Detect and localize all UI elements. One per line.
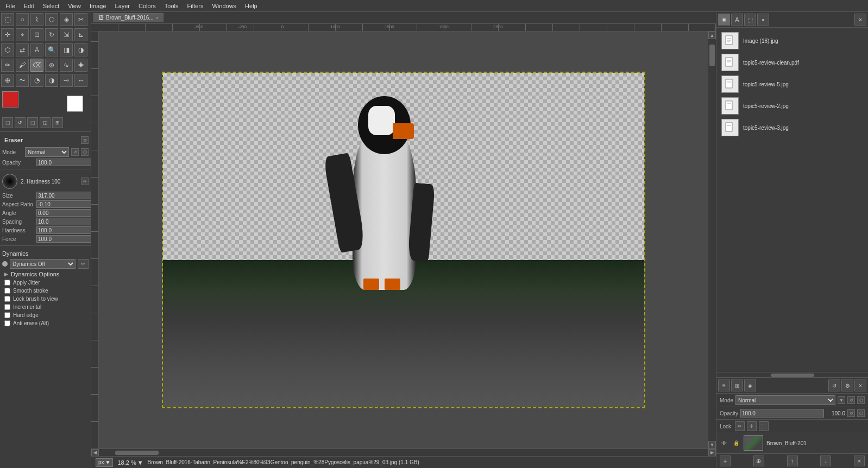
vscroll-down[interactable]: ▼ [708,441,716,448]
tool-paintbrush[interactable]: 🖌 [16,59,29,72]
tool-fuzzy-select[interactable]: ⬡ [45,13,58,26]
tool-eraser active[interactable]: ⌫ [30,59,43,72]
layer-delete-button[interactable]: × [854,456,865,466]
tool-scale[interactable]: ⇲ [60,28,73,41]
vscroll-up[interactable]: ▲ [708,31,716,39]
hscroll-left[interactable]: ◀ [91,449,99,457]
hscroll-thumb[interactable] [115,451,159,455]
tool-measure[interactable]: ↔ [74,74,87,87]
dynamics-select[interactable]: Dynamics Off [10,259,76,269]
menu-select[interactable]: Select [40,2,63,10]
force-input[interactable] [36,235,91,243]
layer-item-1[interactable]: 👁 🔒 Brown_Bluff-201 [716,433,868,453]
layers-btn-list[interactable]: ≡ [718,380,730,391]
menu-filters[interactable]: Filters [184,2,207,10]
mode-chain[interactable]: ⬡ [81,148,89,156]
aspect-ratio-input[interactable] [36,200,91,208]
right-btn-text[interactable]: A [731,14,743,26]
right-btn-patterns[interactable]: ▪ [757,14,769,26]
layers-opacity-chain[interactable]: ⬡ [857,396,865,404]
lock-brush-checkbox[interactable] [4,296,10,302]
right-btn-brushes[interactable]: ⬚ [744,14,756,26]
canvas-container[interactable] [99,31,708,448]
tool-select-ellipse[interactable]: ○ [16,13,29,26]
tool-move[interactable]: ✛ [1,28,14,41]
layer-new-button[interactable]: + [720,456,731,466]
layers-opacity-chain2[interactable]: ⬡ [857,409,865,417]
tool-color-picker[interactable]: ⊸ [60,74,73,87]
layers-btn-grid[interactable]: ⊞ [731,380,743,391]
tool-crop[interactable]: ⊡ [30,28,43,41]
tool-select-rect[interactable]: ⬚ [1,13,14,26]
tool-flip[interactable]: ⇄ [16,43,29,56]
tool-small-5[interactable]: ⊞ [52,117,63,128]
angle-input[interactable] [36,209,91,217]
dynamics-edit-button[interactable]: ✏ [78,259,89,269]
tool-small-1[interactable]: ⬚ [2,117,13,128]
layers-opacity-reset[interactable]: ↺ [847,396,855,404]
menu-help[interactable]: Help [242,2,261,10]
file-item-2[interactable]: topic5-review-clean.pdf [719,52,866,73]
apply-jitter-checkbox[interactable] [4,280,10,286]
tool-free-select[interactable]: ⌇ [30,13,43,26]
tool-desaturate[interactable]: ◑ [45,74,58,87]
file-item-1[interactable]: Image (18).jpg [719,30,866,52]
tool-zoom[interactable]: 🔍 [45,43,58,56]
brush-edit[interactable]: ✏ [81,178,89,185]
layers-btn-refresh[interactable]: ↺ [828,380,840,391]
menu-windows[interactable]: Windows [209,2,240,10]
dynamics-options-expand-icon[interactable]: ▶ [4,271,8,277]
file-item-4[interactable]: topic5-review-2.jpg [719,95,866,117]
tool-select-by-color[interactable]: ◈ [60,13,73,26]
mode-reset[interactable]: ↺ [71,148,79,156]
menu-file[interactable]: File [2,2,18,10]
layer-up-button[interactable]: ↑ [787,456,798,466]
smooth-stroke-checkbox[interactable] [4,288,10,294]
tab-close-button[interactable]: × [156,15,159,21]
tool-healing[interactable]: ✚ [74,59,87,72]
tool-smudge[interactable]: 〜 [16,74,29,87]
layers-opacity-reset2[interactable]: ↺ [847,409,855,417]
layers-btn-configure[interactable]: ⚙ [841,380,853,391]
tool-scissors[interactable]: ✂ [74,13,87,26]
opacity-input[interactable] [36,159,91,166]
layers-mode-arrow[interactable]: ▼ [838,396,845,404]
lock-alpha-button[interactable]: ⬚ [759,421,769,431]
layers-btn-channels[interactable]: ◈ [744,380,756,391]
menu-colors[interactable]: Colors [135,2,159,10]
tool-dodge-burn[interactable]: ◔ [30,74,43,87]
tool-text[interactable]: A [30,43,43,56]
tool-airbrush[interactable]: ⊛ [45,59,58,72]
file-item-3[interactable]: topic5-review-5.jpg [719,73,866,95]
hscroll-right[interactable]: ▶ [708,449,716,457]
tool-align[interactable]: ⌖ [16,28,29,41]
tool-rotate[interactable]: ↻ [45,28,58,41]
layers-opacity-input[interactable] [740,409,824,418]
tool-small-4[interactable]: ◱ [40,117,51,128]
lock-pixels-button[interactable]: ✏ [735,421,745,431]
menu-view[interactable]: View [65,2,84,10]
image-tab-active[interactable]: 🖼 Brown_Bluff-2016... × [93,13,163,22]
tool-small-2[interactable]: ↺ [15,117,26,128]
right-btn-colors[interactable]: ■ [718,14,730,26]
right-btn-close[interactable]: × [854,14,866,26]
size-input[interactable] [36,192,91,199]
lock-position-button[interactable]: ✛ [747,421,757,431]
menu-edit[interactable]: Edit [21,2,37,10]
menu-image[interactable]: Image [86,2,110,10]
incremental-checkbox[interactable] [4,304,10,310]
canvas-image-area[interactable] [162,72,645,408]
unit-arrow[interactable]: ▼ [105,459,111,465]
hardness-input[interactable] [36,226,91,234]
tool-small-3[interactable]: ⬚ [27,117,38,128]
zoom-arrow[interactable]: ▼ [137,459,143,466]
tool-pencil[interactable]: ✏ [1,59,14,72]
vscroll-thumb[interactable] [709,45,715,66]
tool-clone[interactable]: ⊕ [1,74,14,87]
tool-ink[interactable]: ∿ [60,59,73,72]
layer-down-button[interactable]: ↓ [820,456,831,466]
tool-blend[interactable]: ◑ [74,43,87,56]
background-color[interactable] [67,96,83,112]
tool-shear[interactable]: ⊾ [74,28,87,41]
layer-duplicate-button[interactable]: ⊕ [753,456,764,466]
